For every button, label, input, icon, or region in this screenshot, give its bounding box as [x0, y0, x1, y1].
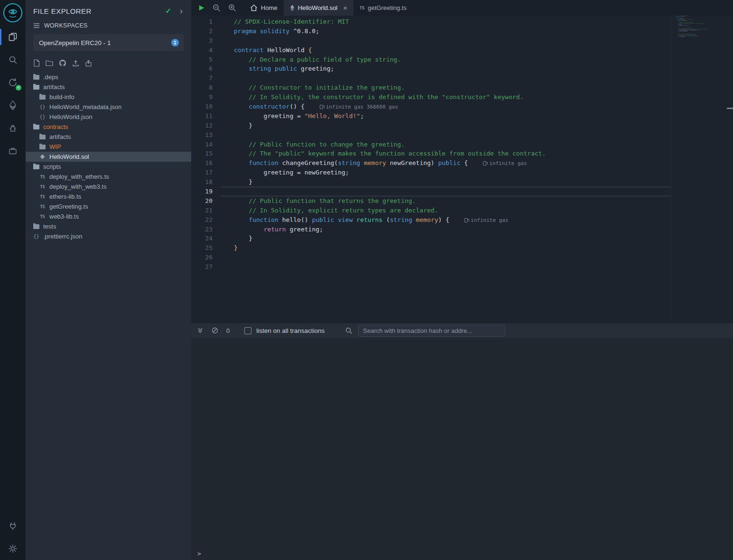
folder-icon	[39, 95, 46, 100]
tree-item-helloworld-sol[interactable]: HelloWorld.sol	[26, 152, 191, 162]
workspaces-label: WORKSPACES	[44, 22, 88, 29]
code-line-2: pragma solidity ^0.8.0;	[221, 27, 671, 36]
code-line-20: // Public function that returns the gree…	[221, 196, 671, 206]
sidebar-item-plugin-manager[interactable]	[0, 139, 26, 162]
code-line-18: }	[221, 177, 671, 187]
editor-tabbar: Home HelloWorld.sol × TS getGreeting.ts	[191, 0, 733, 16]
json-file-icon: {}	[33, 234, 39, 239]
solidity-file-icon	[290, 5, 295, 11]
publish-to-gist-button[interactable]	[85, 60, 92, 67]
code-line-27	[221, 262, 671, 272]
tree-item-artifacts[interactable]: artifacts	[26, 82, 191, 92]
minimap[interactable]: // SPDX-License-Identifier: MITpragma so…	[676, 16, 714, 77]
folder-open-icon	[33, 85, 39, 90]
gas-estimate-widget: infinite gas	[483, 160, 527, 166]
tree-item-helloworld-metadata-json[interactable]: {}HelloWorld_metadata.json	[26, 102, 191, 112]
terminal-search-button[interactable]	[345, 327, 353, 334]
line-number: 3	[191, 36, 221, 46]
tree-item--prettierrc-json[interactable]: {}.prettierrc.json	[26, 231, 191, 241]
gas-estimate-widget: infinite gas 368600 gas	[320, 104, 398, 110]
sidebar-item-settings[interactable]	[0, 537, 26, 560]
code-line-5: // Declare a public field of type string…	[221, 55, 671, 64]
line-number: 7	[191, 73, 221, 83]
activity-bar: ✓	[0, 0, 26, 560]
listen-transactions-checkbox[interactable]	[244, 327, 251, 334]
sidebar-item-plugin[interactable]	[0, 514, 26, 537]
ts-file-icon: TS	[39, 204, 46, 209]
zoom-in-button[interactable]	[228, 4, 236, 12]
hamburger-icon	[33, 23, 40, 28]
tab-home-label: Home	[261, 4, 278, 11]
clone-github-button[interactable]	[59, 59, 66, 67]
ts-file-icon: TS	[39, 174, 46, 179]
file-explorer-icon	[8, 32, 18, 42]
remix-logo[interactable]	[0, 0, 26, 26]
tree-item-helloworld-json[interactable]: {}HelloWorld.json	[26, 112, 191, 122]
sidebar-item-deploy-and-run[interactable]	[0, 94, 26, 117]
tree-item-artifacts[interactable]: artifacts	[26, 132, 191, 142]
tree-item-deploy-with-web3-ts[interactable]: TSdeploy_with_web3.ts	[26, 182, 191, 192]
tree-item-deploy-with-ethers-ts[interactable]: TSdeploy_with_ethers.ts	[26, 172, 191, 182]
line-number: 26	[191, 253, 221, 262]
json-file-icon: {}	[39, 114, 46, 119]
code-line-8: // Constructor to initialize the greetin…	[221, 83, 671, 92]
tree-item-getgreeting-ts[interactable]: TSgetGreeting.ts	[26, 202, 191, 211]
line-number: 12	[191, 121, 221, 130]
code-line-26	[221, 253, 671, 262]
tree-item-label: scripts	[43, 163, 61, 170]
editor-right-rail: // SPDX-License-Identifier: MITpragma so…	[671, 16, 733, 322]
collapse-terminal-button[interactable]	[197, 327, 204, 334]
new-folder-icon	[46, 60, 53, 66]
sidebar-item-search[interactable]	[0, 48, 26, 71]
code-line-6: string public greeting;	[221, 64, 671, 73]
tree-item-wip[interactable]: WIP	[26, 142, 191, 152]
sidebar-item-file-explorer[interactable]	[0, 26, 26, 48]
new-file-button[interactable]	[33, 59, 40, 67]
folder-icon	[39, 145, 46, 149]
plugin-manager-icon	[8, 146, 18, 156]
zoom-in-icon	[228, 4, 236, 12]
terminal[interactable]: >	[191, 338, 733, 560]
zoom-out-icon	[213, 4, 221, 12]
close-tab-icon[interactable]: ×	[343, 5, 347, 11]
line-number: 10	[191, 102, 221, 111]
tab-label: getGreeting.ts	[368, 4, 407, 11]
tree-item-label: artifacts	[49, 133, 71, 140]
new-folder-button[interactable]	[46, 60, 53, 66]
line-number: 27	[191, 262, 221, 272]
tree-item--deps[interactable]: .deps	[26, 72, 191, 82]
tab-helloworld-sol[interactable]: HelloWorld.sol ×	[284, 0, 353, 16]
tab-getgreeting-ts[interactable]: TS getGreeting.ts	[353, 0, 413, 16]
code-content[interactable]: // SPDX-License-Identifier: MITpragma so…	[221, 16, 671, 322]
gas-icon	[483, 161, 486, 165]
tree-item-web3-lib-ts[interactable]: TSweb3-lib.ts	[26, 211, 191, 221]
line-number: 9	[191, 92, 221, 102]
line-number: 19	[191, 187, 221, 196]
workspaces-row[interactable]: WORKSPACES	[26, 19, 191, 33]
ts-file-icon: TS	[360, 6, 364, 10]
tree-item-tests[interactable]: tests	[26, 221, 191, 231]
tree-item-build-info[interactable]: build-info	[26, 92, 191, 102]
code-line-19	[221, 187, 671, 196]
tree-item-ethers-lib-ts[interactable]: TSethers-lib.ts	[26, 192, 191, 202]
clear-console-button[interactable]	[212, 327, 218, 334]
activity-bar-spacer	[0, 162, 26, 514]
panel-title: FILE EXPLORER	[33, 7, 165, 15]
tab-home[interactable]: Home	[244, 0, 284, 16]
code-line-9: // In Solidity, the constructor is defin…	[221, 92, 671, 102]
tab-label: HelloWorld.sol	[298, 4, 338, 11]
tree-item-scripts[interactable]: scripts	[26, 162, 191, 172]
sidebar-item-debugger[interactable]	[0, 117, 26, 139]
run-script-button[interactable]	[198, 4, 205, 11]
terminal-search-input[interactable]	[358, 325, 505, 337]
workspace-select[interactable]: OpenZeppelin ERC20 - 1	[33, 34, 184, 51]
gear-icon	[8, 544, 18, 553]
sidebar-item-solidity-compiler[interactable]: ✓	[0, 71, 26, 94]
tree-item-label: deploy_with_ethers.ts	[49, 173, 109, 180]
chevron-right-icon[interactable]: ›	[180, 8, 183, 14]
publish-box-icon	[85, 60, 92, 67]
code-line-11: greeting = "Hello, World!";	[221, 111, 671, 121]
zoom-out-button[interactable]	[213, 4, 221, 12]
upload-file-button[interactable]	[72, 60, 79, 67]
tree-item-contracts[interactable]: contracts	[26, 122, 191, 132]
